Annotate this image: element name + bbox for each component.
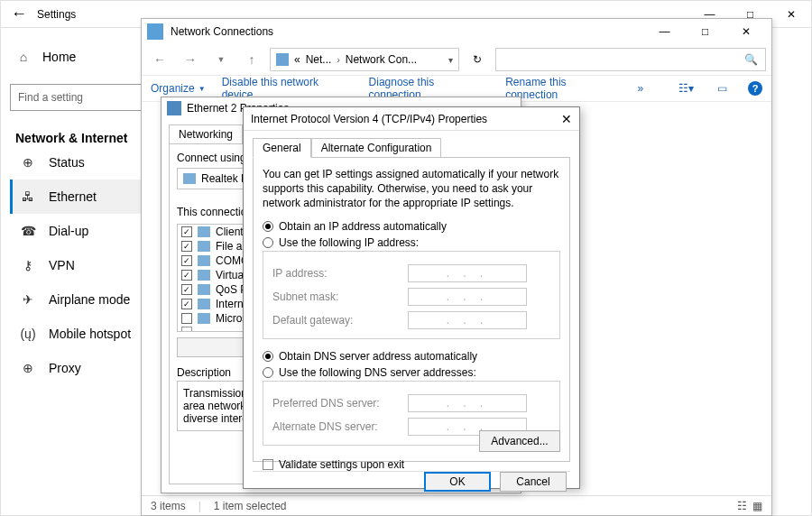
breadcrumb-icon <box>276 53 289 66</box>
subnet-mask-input[interactable]: . . . <box>408 288 527 306</box>
tab-networking[interactable]: Networking <box>169 124 243 143</box>
ip-address-label: IP address: <box>272 267 408 280</box>
breadcrumb-seg2[interactable]: Network Con... <box>346 53 417 66</box>
sidebar-item-label: Airplane mode <box>49 292 130 307</box>
adapter-icon <box>183 173 196 184</box>
component-icon <box>198 284 210 295</box>
back-icon[interactable]: ← <box>1 5 37 23</box>
refresh-icon[interactable]: ↻ <box>465 53 490 66</box>
nc-app-icon <box>147 23 163 40</box>
vpn-icon: ⚷ <box>20 258 36 272</box>
component-icon <box>198 255 210 266</box>
settings-title: Settings <box>37 8 76 21</box>
nc-close-button[interactable]: ✕ <box>725 18 766 45</box>
radio-label: Obtain DNS server address automatically <box>279 350 477 363</box>
close-icon[interactable]: ✕ <box>561 112 572 126</box>
search-input[interactable]: Find a setting <box>10 84 154 111</box>
validate-checkbox-row[interactable]: Validate settings upon exit <box>263 458 560 471</box>
ipv4-title: Internet Protocol Version 4 (TCP/IPv4) P… <box>251 113 487 125</box>
help-icon[interactable]: ? <box>748 81 762 96</box>
close-button[interactable]: ✕ <box>770 1 811 28</box>
hotspot-icon: (ų) <box>20 327 36 341</box>
preview-pane-icon[interactable]: ▭ <box>712 82 732 95</box>
cmd-label: Organize <box>151 82 195 95</box>
search-placeholder: Find a setting <box>18 91 83 104</box>
radio-dns-auto[interactable]: Obtain DNS server address automatically <box>263 350 560 363</box>
radio-label: Use the following IP address: <box>279 236 419 249</box>
ip-address-group: IP address: . . . Subnet mask: . . . Def… <box>263 251 560 339</box>
ip-address-input[interactable]: . . . <box>408 264 527 282</box>
validate-label: Validate settings upon exit <box>279 458 404 471</box>
sidebar-item-label: VPN <box>49 258 75 272</box>
subnet-mask-label: Subnet mask: <box>272 290 408 303</box>
nc-titlebar: Network Connections — □ ✕ <box>142 19 771 44</box>
view-large-icon[interactable]: ▦ <box>752 500 762 512</box>
radio-ip-manual[interactable]: Use the following IP address: <box>263 236 560 249</box>
component-icon <box>198 241 210 252</box>
nc-title: Network Connections <box>171 25 273 38</box>
sidebar-item-label: Proxy <box>49 361 81 375</box>
breadcrumb-ellipsis: « <box>294 53 300 66</box>
default-gateway-input[interactable]: . . . <box>408 311 527 329</box>
search-icon: 🔍 <box>744 53 758 66</box>
ipv4-titlebar: Internet Protocol Version 4 (TCP/IPv4) P… <box>244 107 579 131</box>
cmd-organize[interactable]: Organize ▼ <box>151 82 206 95</box>
ipv4-panel: You can get IP settings assigned automat… <box>253 157 570 462</box>
radio-icon <box>263 351 273 362</box>
radio-label: Use the following DNS server addresses: <box>279 366 476 379</box>
radio-label: Obtain an IP address automatically <box>279 220 447 233</box>
checkbox-icon[interactable] <box>181 313 192 324</box>
checkbox-icon[interactable]: ✓ <box>181 299 192 309</box>
checkbox-icon[interactable]: ✓ <box>181 284 192 295</box>
radio-dns-manual[interactable]: Use the following DNS server addresses: <box>263 366 560 379</box>
nc-search-input[interactable]: 🔍 <box>495 48 766 71</box>
nav-up-icon[interactable]: ↑ <box>239 47 264 72</box>
sidebar-item-label: Ethernet <box>49 189 97 204</box>
ipv4-properties-window: Internet Protocol Version 4 (TCP/IPv4) P… <box>243 106 580 489</box>
checkbox-icon <box>263 459 273 470</box>
radio-ip-auto[interactable]: Obtain an IP address automatically <box>263 220 560 233</box>
radio-icon <box>263 237 273 248</box>
nc-minimize-button[interactable]: — <box>644 18 685 45</box>
checkbox-icon[interactable]: ✓ <box>181 255 192 266</box>
view-options-icon[interactable]: ☷▾ <box>676 82 696 95</box>
radio-icon <box>263 367 273 378</box>
breadcrumb-seg1[interactable]: Net... <box>306 53 332 66</box>
tab-general[interactable]: General <box>253 138 311 158</box>
checkbox-icon[interactable]: ✓ <box>181 270 192 281</box>
preferred-dns-input[interactable]: . . . <box>408 394 527 412</box>
tab-alternate-config[interactable]: Alternate Configuration <box>311 138 442 158</box>
component-icon <box>198 270 210 281</box>
home-label: Home <box>42 50 76 64</box>
ok-button[interactable]: OK <box>424 472 491 492</box>
preferred-dns-label: Preferred DNS server: <box>272 397 408 410</box>
home-icon: ⌂ <box>15 50 32 64</box>
default-gateway-label: Default gateway: <box>272 314 408 327</box>
cmd-rename[interactable]: Rename this connection <box>505 76 621 101</box>
nc-maximize-button[interactable]: □ <box>685 18 725 45</box>
component-icon <box>198 299 210 309</box>
checkbox-icon[interactable]: ✓ <box>181 241 192 252</box>
view-details-icon[interactable]: ☷ <box>737 500 747 512</box>
component-icon <box>198 313 210 324</box>
chevron-down-icon[interactable]: ▾ <box>448 55 453 65</box>
cmd-more[interactable]: » <box>638 82 644 95</box>
advanced-button[interactable]: Advanced... <box>479 430 560 452</box>
status-item-count: 3 items <box>151 500 186 512</box>
airplane-icon: ✈ <box>20 292 36 307</box>
checkbox-icon[interactable]: ✓ <box>181 226 192 237</box>
sidebar-item-label: Dial-up <box>49 224 88 238</box>
radio-icon <box>263 221 273 232</box>
breadcrumb[interactable]: « Net... › Network Con... ▾ <box>270 48 459 71</box>
alternate-dns-label: Alternate DNS server: <box>272 420 408 433</box>
nav-back-icon[interactable]: ← <box>147 47 172 72</box>
status-icon: ⊕ <box>20 155 36 170</box>
eth-app-icon <box>167 101 181 115</box>
dialup-icon: ☎ <box>20 224 36 238</box>
cancel-button[interactable]: Cancel <box>500 472 567 492</box>
help-text: You can get IP settings assigned automat… <box>263 167 560 211</box>
nav-history-icon[interactable]: ▼ <box>208 47 234 72</box>
nc-navbar: ← → ▼ ↑ « Net... › Network Con... ▾ ↻ 🔍 <box>142 44 771 75</box>
nav-forward-icon[interactable]: → <box>178 47 203 72</box>
proxy-icon: ⊕ <box>20 361 36 375</box>
